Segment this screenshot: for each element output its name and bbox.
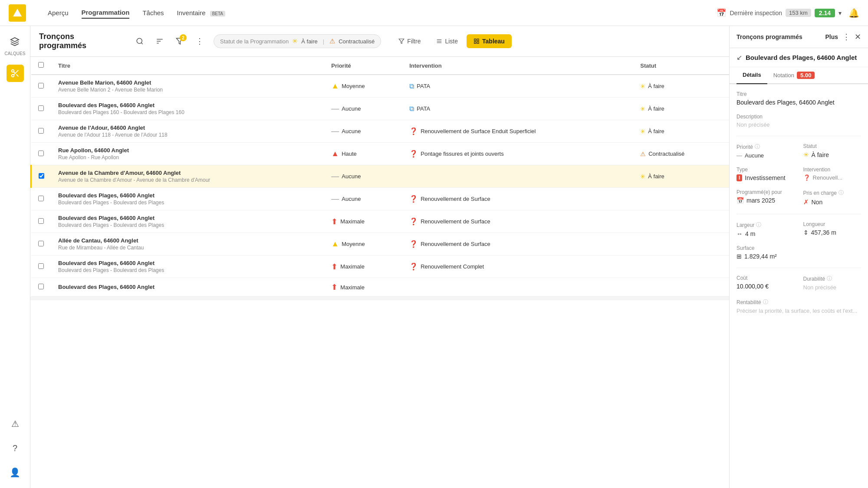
field-surface-label: Surface	[736, 245, 861, 251]
row-checkbox[interactable]	[39, 173, 44, 179]
priority-badge: —Aucune	[331, 194, 395, 203]
field-statut: Statut ✳ À faire	[803, 143, 861, 159]
row-title: Allée de Cantau, 64600 Anglet	[58, 237, 317, 244]
nav-right: 📅 Dernière inspection 153 km 2.14 ▾ 🔔	[717, 8, 859, 18]
filter-chip-label: Statut de la Programmation	[220, 38, 289, 45]
inventaire-badge: BETA	[210, 11, 225, 16]
more-options-button[interactable]: ⋮	[192, 33, 207, 49]
priority-moyenne-icon: ▲	[331, 239, 339, 249]
calendar-icon: 📅	[717, 8, 726, 18]
table-row[interactable]: Boulevard des Plages, 64600 AngletBoulev…	[31, 255, 730, 278]
select-all-checkbox[interactable]	[38, 62, 44, 68]
chip-star-icon: ✳	[292, 37, 298, 45]
fields-row-largeur-longueur: Largeur ⓘ ↔ 4 m Longueur ⇕ 457,36 m	[736, 221, 861, 237]
priority-maximale-icon: ⬆	[331, 262, 338, 272]
field-rentabilite-label: Rentabilité ⓘ	[736, 298, 861, 306]
tab-filtre[interactable]: Filtre	[391, 34, 427, 48]
question-icon: ❓	[409, 217, 418, 226]
scrollbar[interactable]	[30, 297, 729, 300]
field-type-value: I Investissement	[736, 174, 795, 181]
row-checkbox[interactable]	[38, 128, 44, 134]
filter-button[interactable]: 2	[172, 33, 187, 49]
priority-moyenne-icon: ▲	[331, 82, 339, 91]
tab-liste[interactable]: Liste	[429, 34, 465, 48]
row-checkbox[interactable]	[38, 263, 44, 269]
statut-badge: ✳À faire	[640, 173, 722, 180]
distance-badge: 153 km	[786, 9, 811, 17]
row-subtitle: Rue Apollon - Rue Apollon	[58, 154, 317, 160]
panel-close-button[interactable]: ✕	[855, 32, 861, 42]
row-checkbox[interactable]	[38, 151, 44, 156]
svg-line-6	[13, 72, 15, 73]
intervention-q-icon: ❓	[803, 174, 810, 181]
table-row[interactable]: Boulevard des Plages, 64600 Anglet⬆Maxim…	[31, 278, 730, 297]
row-subtitle: Avenue Belle Marion 2 - Avenue Belle Mar…	[58, 87, 317, 93]
toolbar-icons: 2 ⋮	[132, 33, 207, 49]
panel-more-button[interactable]: ⋮	[842, 32, 850, 42]
priority-badge: —Aucune	[331, 172, 395, 181]
priority-maximale-icon: ⬆	[331, 282, 338, 292]
table-row[interactable]: Rue Apollon, 64600 AngletRue Apollon - R…	[31, 143, 730, 165]
field-description-label: Description	[736, 114, 861, 120]
row-checkbox[interactable]	[38, 284, 44, 289]
statut-badge: ⚠Contractualisé	[640, 151, 722, 157]
sort-button[interactable]	[152, 33, 168, 49]
help-icon[interactable]: ?	[7, 439, 24, 457]
table-row[interactable]: Allée de Cantau, 64600 AngletRue de Mira…	[31, 233, 730, 255]
panel-tab-details[interactable]: Détails	[736, 67, 767, 84]
priority-haute-icon: ▲	[331, 149, 339, 158]
nav-apercu[interactable]: Aperçu	[48, 7, 69, 18]
table-row[interactable]: Boulevard des Plages, 64600 AngletBoulev…	[31, 98, 730, 120]
layers-icon[interactable]	[6, 33, 23, 50]
col-statut: Statut	[633, 57, 729, 75]
field-surface: Surface ⊞ 1.829,44 m²	[736, 245, 861, 260]
plus-button[interactable]: Plus	[825, 33, 838, 40]
surface-icon: ⊞	[736, 253, 742, 260]
panel-tab-notation[interactable]: Notation 5.00	[767, 67, 821, 84]
left-sidebar: CALQUES ⚠ ? 👤	[0, 26, 30, 488]
nav-taches[interactable]: Tâches	[142, 7, 164, 18]
user-icon[interactable]: 👤	[7, 464, 24, 481]
score-dropdown[interactable]: ▾	[838, 10, 842, 16]
table-row[interactable]: Boulevard des Plages, 64600 AngletBoulev…	[31, 210, 730, 233]
calendar-small-icon: 📅	[736, 197, 744, 204]
field-intervention-value: ❓ Renouvell...	[803, 174, 861, 181]
warning-icon[interactable]: ⚠	[7, 415, 24, 432]
row-checkbox[interactable]	[38, 196, 44, 201]
right-panel-actions: Plus ⋮ ✕	[825, 32, 861, 42]
col-priorite: Priorité	[324, 57, 402, 75]
filter-chips[interactable]: Statut de la Programmation ✳ À faire | ⚠…	[214, 34, 381, 48]
intervention-badge: ❓Renouvellement de Surface	[409, 195, 626, 203]
table-row[interactable]: Avenue de l'Adour, 64600 AngletAvenue de…	[31, 120, 730, 143]
field-largeur: Largeur ⓘ ↔ 4 m	[736, 221, 795, 237]
table-row[interactable]: Boulevard des Plages, 64600 AngletBoulev…	[31, 188, 730, 210]
score-badge: 2.14	[815, 9, 835, 17]
app-logo[interactable]	[9, 4, 26, 22]
rentabilite-info-icon: ⓘ	[763, 298, 768, 306]
notification-bell-icon[interactable]: 🔔	[848, 8, 859, 18]
nav-programmation[interactable]: Programmation	[82, 7, 130, 19]
field-intervention-label: Intervention	[803, 167, 861, 173]
statut-star-icon: ✳	[640, 83, 645, 90]
length-icon: ⇕	[803, 229, 809, 236]
fields-row-priority-status: Priorité ⓘ — Aucune Statut ✳ À faire	[736, 143, 861, 159]
row-checkbox[interactable]	[38, 105, 44, 111]
field-durabilite: Durabilité ⓘ Non précisée	[803, 275, 861, 291]
row-subtitle: Boulevard des Plages - Boulevard des Pla…	[58, 200, 317, 206]
search-button[interactable]	[132, 33, 148, 49]
row-checkbox[interactable]	[38, 218, 44, 224]
scissors-icon[interactable]	[7, 65, 24, 82]
tab-tableau[interactable]: Tableau	[467, 34, 512, 48]
field-titre-value: Boulevard des Plages, 64600 Anglet	[736, 99, 861, 106]
priority-badge: ▲Moyenne	[331, 239, 395, 249]
intervention-badge: ❓Renouvellement Complet	[409, 262, 626, 271]
row-checkbox[interactable]	[38, 241, 44, 246]
statut-badge: ✳À faire	[640, 83, 722, 90]
chip-warning-icon: ⚠	[329, 37, 335, 45]
svg-rect-18	[477, 39, 479, 41]
row-checkbox[interactable]	[38, 83, 44, 88]
table-row[interactable]: Avenue Belle Marion, 64600 AngletAvenue …	[31, 75, 730, 98]
table-row[interactable]: Avenue de la Chambre d'Amour, 64600 Angl…	[31, 165, 730, 188]
nav-inventaire[interactable]: Inventaire BETA	[177, 7, 225, 18]
intervention-badge: ❓Renouvellement de Surface Enduit Superf…	[409, 127, 626, 135]
